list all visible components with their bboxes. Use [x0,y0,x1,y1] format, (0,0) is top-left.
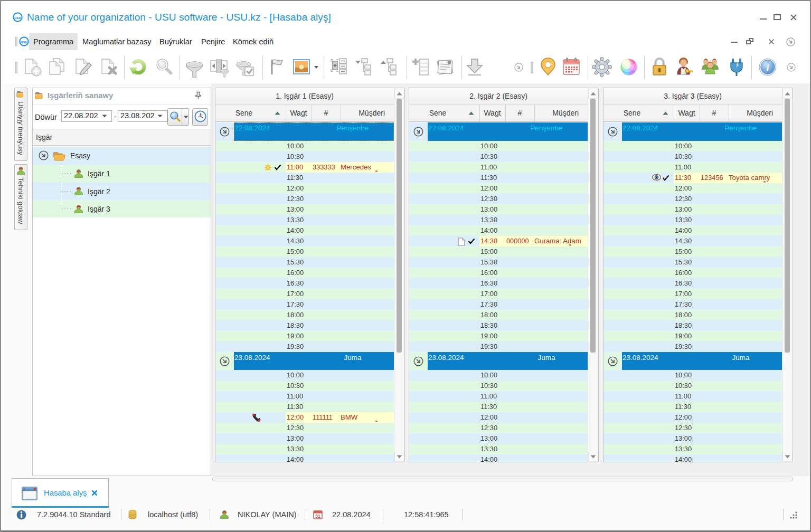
svg-text:i: i [766,63,769,73]
svg-text:usu: usu [21,40,27,44]
svg-text:31: 31 [315,514,320,519]
svg-text:usu: usu [14,15,21,20]
